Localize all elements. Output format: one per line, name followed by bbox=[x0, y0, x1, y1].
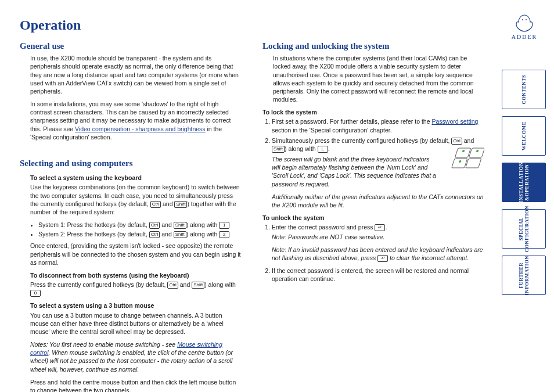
svg-rect-5 bbox=[466, 159, 481, 168]
lock-step2: Simultaneously press the currently confi… bbox=[272, 136, 484, 209]
svg-point-1 bbox=[526, 19, 527, 20]
right-column: Locking and unlocking the system In situ… bbox=[262, 37, 484, 392]
keyboard-leds-diagram bbox=[443, 146, 484, 180]
lock-step1: First set a password. For further detail… bbox=[272, 117, 484, 134]
mouse-p1: You can use a 3 button mouse to change b… bbox=[30, 311, 242, 336]
general-p1: In use, the X200 module should be transp… bbox=[30, 54, 242, 95]
unlock-step2: If the correct password is entered, the … bbox=[272, 267, 484, 283]
svg-rect-4 bbox=[452, 159, 467, 168]
mouse-p2: Press and hold the centre mouse button a… bbox=[30, 378, 242, 392]
lock-ital2: Additionally neither of the green indica… bbox=[272, 193, 484, 209]
sub-lock: To lock the system bbox=[262, 108, 484, 116]
disconnect-p1: Press the currently configured hotkeys (… bbox=[30, 280, 242, 297]
key-enter: ↵ bbox=[375, 224, 385, 231]
svg-rect-2 bbox=[455, 148, 471, 157]
bullet-system1: System 1: Press the hotkeys (by default,… bbox=[38, 221, 242, 229]
heading-locking: Locking and unlocking the system bbox=[262, 40, 484, 52]
tab-further-information[interactable]: FURTHER INFORMATION bbox=[502, 256, 546, 295]
heading-selecting: Selecting and using computers bbox=[20, 157, 242, 169]
sub-mouse: To select a system using a 3 button mous… bbox=[30, 301, 242, 310]
svg-rect-3 bbox=[469, 148, 484, 157]
link-video-compensation[interactable]: Video compensation - sharpness and brigh… bbox=[75, 125, 206, 132]
tab-welcome[interactable]: WELCOME bbox=[502, 116, 546, 156]
key-shift: Shift bbox=[174, 201, 187, 208]
sub-unlock: To unlock the system bbox=[262, 214, 484, 222]
side-nav-tabs: CONTENTS WELCOME INSTALLATION &OPERATION… bbox=[502, 70, 546, 295]
bullet-system2: System 2: Press the hotkeys (by default,… bbox=[38, 230, 242, 238]
select-kb-p1: Use the keypress combinations (on the co… bbox=[30, 183, 242, 216]
page-title: Operation bbox=[20, 17, 484, 33]
heading-general-use: General use bbox=[20, 40, 242, 52]
lock-steps: First set a password. For further detail… bbox=[262, 117, 484, 209]
sub-select-keyboard: To select a system using the keyboard bbox=[30, 174, 242, 182]
link-password-setting[interactable]: Password setting bbox=[431, 118, 478, 125]
tab-installation-operation[interactable]: INSTALLATION &OPERATION bbox=[502, 163, 546, 202]
unlock-note2: Note: If an invalid password has been en… bbox=[272, 246, 484, 262]
general-p2: In some installations, you may see some … bbox=[30, 100, 242, 141]
left-column: General use In use, the X200 module shou… bbox=[20, 37, 242, 392]
locking-p1: In situations where the computer systems… bbox=[273, 54, 484, 103]
sub-disconnect: To disconnect from both systems (using t… bbox=[30, 271, 242, 279]
select-kb-p2: Once entered, (providing the system isn'… bbox=[30, 242, 242, 267]
tab-special-configuration[interactable]: SPECIAL CONFIGURATION bbox=[502, 209, 546, 249]
unlock-note1: Note: Passwords are NOT case sensitive. bbox=[272, 233, 484, 241]
tab-contents[interactable]: CONTENTS bbox=[502, 70, 546, 109]
unlock-step1: Enter the correct password and press ↵. … bbox=[272, 223, 484, 262]
adder-logo: ADDER bbox=[504, 14, 545, 40]
mouse-note: Notes: You first need to enable mouse sw… bbox=[30, 340, 242, 373]
logo-text: ADDER bbox=[512, 34, 537, 40]
key-ctrl: Ctrl bbox=[150, 201, 161, 208]
system-bullets: System 1: Press the hotkeys (by default,… bbox=[30, 221, 242, 238]
unlock-steps: Enter the correct password and press ↵. … bbox=[262, 223, 484, 283]
svg-point-0 bbox=[522, 19, 523, 20]
